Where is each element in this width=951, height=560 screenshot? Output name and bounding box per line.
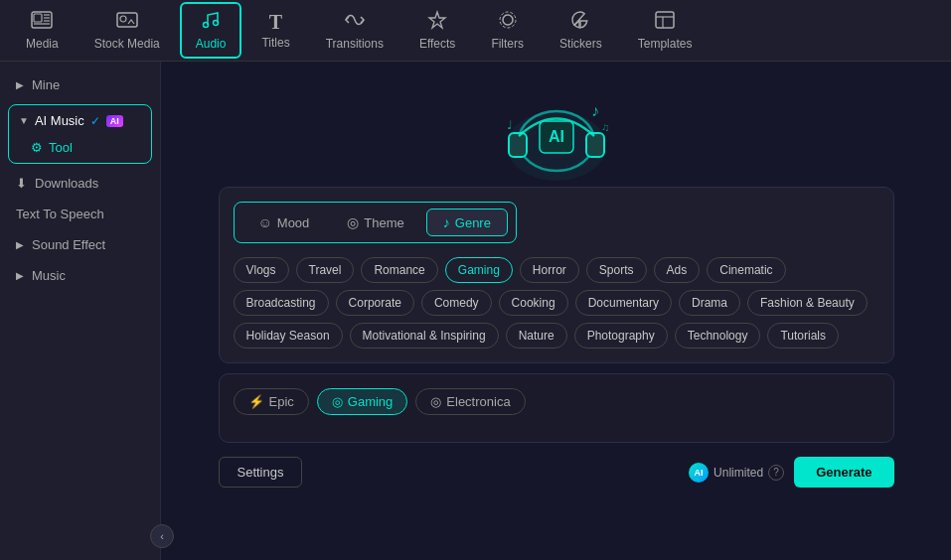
nav-filters-label: Filters [491, 37, 524, 51]
ai-music-illustration: AI ♪ ♩ ♫ [477, 71, 636, 181]
sidebar: ▶ Mine ▼ AI Music ✓ AI ⚙ Tool ⬇ Download… [0, 62, 161, 560]
mood-chip-electronica[interactable]: ◎ Electronica [415, 388, 525, 415]
nav-audio-label: Audio [196, 37, 227, 51]
tab-genre[interactable]: ♪ Genre [426, 209, 508, 236]
nav-titles[interactable]: T Titles [245, 4, 305, 58]
theme-tab-icon: ◎ [347, 214, 359, 230]
tab-theme[interactable]: ◎ Theme [331, 209, 419, 236]
svg-text:♪: ♪ [591, 102, 599, 119]
sidebar-item-downloads[interactable]: ⬇ Downloads [0, 168, 160, 199]
sidebar-item-tool[interactable]: ⚙ Tool [9, 134, 151, 161]
svg-point-9 [214, 21, 219, 26]
nav-media[interactable]: Media [10, 2, 75, 59]
tab-mood[interactable]: ☺ Mood [242, 209, 326, 236]
svg-point-8 [204, 23, 209, 28]
tool-label: Tool [49, 140, 73, 155]
genre-panel-card: ☺ Mood ◎ Theme ♪ Genre Vlogs Travel Roma… [219, 187, 894, 363]
genre-chips-area: Vlogs Travel Romance Gaming Horror Sport… [234, 257, 879, 349]
chip-sports[interactable]: Sports [586, 257, 647, 283]
nav-transitions-label: Transitions [326, 37, 384, 51]
tabs-row: ☺ Mood ◎ Theme ♪ Genre [234, 202, 517, 243]
sidebar-item-sound-effect[interactable]: ▶ Sound Effect [0, 229, 160, 260]
sidebar-item-music[interactable]: ▶ Music [0, 260, 160, 291]
chip-broadcasting[interactable]: Broadcasting [234, 290, 329, 316]
effects-icon [426, 10, 448, 33]
chip-romance[interactable]: Romance [361, 257, 437, 283]
gaming-mood-icon: ◎ [332, 394, 343, 409]
chip-vlogs[interactable]: Vlogs [234, 257, 289, 283]
unlimited-badge: AI Unlimited ? [689, 463, 784, 483]
main-area: ▶ Mine ▼ AI Music ✓ AI ⚙ Tool ⬇ Download… [0, 62, 951, 560]
nav-stock-media[interactable]: Stock Media [79, 2, 176, 59]
sidebar-collapse-button[interactable]: ‹ [150, 524, 174, 548]
chip-gaming[interactable]: Gaming [445, 257, 513, 283]
chevron-down-icon: ▼ [19, 115, 29, 126]
chevron-right-icon-music: ▶ [16, 270, 24, 281]
sidebar-item-mine[interactable]: ▶ Mine [0, 70, 160, 100]
chip-fashion-beauty[interactable]: Fashion & Beauty [747, 290, 868, 316]
nav-stock-media-label: Stock Media [94, 37, 160, 51]
svg-point-24 [507, 111, 606, 181]
generate-button[interactable]: Generate [794, 457, 893, 488]
tab-mood-label: Mood [277, 215, 310, 230]
chip-drama[interactable]: Drama [679, 290, 740, 316]
downloads-label: Downloads [35, 176, 98, 191]
sidebar-item-text-to-speech[interactable]: Text To Speech [0, 199, 160, 229]
tab-genre-label: Genre [455, 215, 491, 230]
mood-tab-icon: ☺ [258, 214, 272, 230]
audio-icon [200, 10, 222, 33]
nav-stickers[interactable]: Stickers [544, 2, 618, 59]
svg-rect-1 [34, 14, 42, 22]
chip-cooking[interactable]: Cooking [499, 290, 568, 316]
chip-technology[interactable]: Technology [675, 323, 761, 349]
mood-epic-label: Epic [269, 394, 294, 409]
download-icon: ⬇ [16, 176, 27, 191]
epic-icon: ⚡ [248, 394, 264, 409]
chip-corporate[interactable]: Corporate [336, 290, 414, 316]
chip-ads[interactable]: Ads [654, 257, 701, 283]
unlimited-label: Unlimited [713, 466, 763, 480]
settings-button[interactable]: Settings [219, 457, 303, 488]
mood-chip-epic[interactable]: ⚡ Epic [234, 388, 309, 415]
sound-effect-label: Sound Effect [32, 237, 105, 252]
mood-panel: ⚡ Epic ◎ Gaming ◎ Electronica [219, 373, 894, 443]
transitions-icon [344, 10, 366, 33]
media-icon [31, 10, 53, 33]
verified-icon: ✓ [90, 114, 100, 128]
stock-media-icon [116, 10, 138, 33]
mood-chip-gaming[interactable]: ◎ Gaming [317, 388, 408, 415]
nav-titles-label: Titles [261, 36, 289, 50]
right-actions: AI Unlimited ? Generate [689, 457, 893, 488]
svg-point-7 [120, 16, 126, 22]
chevron-right-icon-sound: ▶ [16, 239, 24, 250]
ai-music-label: AI Music [35, 113, 84, 128]
chip-nature[interactable]: Nature [506, 323, 567, 349]
chip-motivational-inspiring[interactable]: Motivational & Inspiring [350, 323, 499, 349]
chip-cinematic[interactable]: Cinematic [707, 257, 785, 283]
tab-theme-label: Theme [364, 215, 403, 230]
nav-transitions[interactable]: Transitions [310, 2, 399, 59]
svg-point-11 [503, 15, 513, 25]
sidebar-item-ai-music[interactable]: ▼ AI Music ✓ AI [9, 107, 151, 134]
chip-photography[interactable]: Photography [574, 323, 668, 349]
genre-tab-icon: ♪ [443, 214, 450, 230]
chip-travel[interactable]: Travel [296, 257, 355, 283]
help-icon[interactable]: ? [768, 465, 784, 481]
nav-stickers-label: Stickers [559, 37, 602, 51]
chevron-right-icon: ▶ [16, 79, 24, 90]
nav-templates[interactable]: Templates [622, 2, 709, 59]
chip-tutorials[interactable]: Tutorials [767, 323, 839, 349]
nav-effects[interactable]: Effects [403, 2, 471, 59]
top-navigation: Media Stock Media Audio T Titles Transit… [0, 0, 951, 62]
ai-icon: AI [689, 463, 709, 483]
nav-filters[interactable]: Filters [475, 2, 540, 59]
filters-icon [497, 10, 519, 33]
chip-horror[interactable]: Horror [520, 257, 579, 283]
chip-documentary[interactable]: Documentary [575, 290, 672, 316]
nav-audio[interactable]: Audio [180, 2, 242, 59]
content-area: AI ♪ ♩ ♫ ☺ Mood ◎ Theme [161, 62, 951, 560]
chip-holiday-season[interactable]: Holiday Season [234, 323, 343, 349]
titles-icon: T [269, 12, 282, 32]
chip-comedy[interactable]: Comedy [421, 290, 492, 316]
stickers-icon [569, 10, 591, 33]
